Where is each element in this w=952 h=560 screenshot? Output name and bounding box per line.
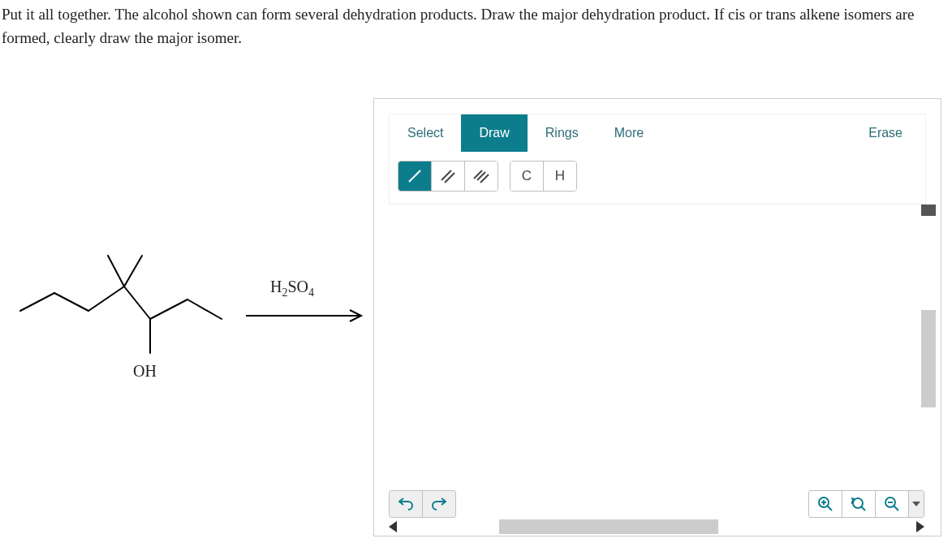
svg-line-21 [861,506,865,510]
tab-rings[interactable]: Rings [528,114,597,152]
svg-line-3 [108,256,124,286]
structure-editor: Select Draw Rings More Erase [373,98,941,536]
zoom-controls [808,490,924,518]
redo-button[interactable] [423,491,455,517]
question-text: Put it all together. The alcohol shown c… [0,0,952,50]
starting-material-structure [12,252,239,382]
editor-toolbar: Select Draw Rings More Erase [389,114,926,205]
zoom-menu-button[interactable] [909,491,924,517]
tab-erase[interactable]: Erase [851,114,920,152]
tab-more[interactable]: More [597,114,661,152]
undo-button[interactable] [390,491,423,517]
tab-draw[interactable]: Draw [461,114,527,152]
svg-line-6 [150,299,187,319]
svg-line-0 [20,293,54,311]
oh-label: OH [133,362,157,381]
zoom-out-button[interactable] [876,491,909,517]
svg-line-5 [124,286,150,319]
reagent-formula: H2SO4 [270,278,314,299]
scroll-right-icon[interactable] [916,521,924,532]
svg-line-4 [124,256,142,286]
triple-bond-tool[interactable] [465,162,498,191]
horizontal-scrollbar[interactable] [389,519,924,534]
zoom-in-button[interactable] [809,491,842,517]
work-area: OH H2SO4 Select Draw Rings More Erase [0,98,952,536]
svg-line-2 [88,286,124,311]
svg-line-17 [827,506,832,510]
carbon-atom-tool[interactable]: C [510,162,544,191]
double-bond-tool[interactable] [432,162,465,191]
svg-line-23 [894,506,898,510]
tab-select[interactable]: Select [390,114,461,152]
single-bond-tool[interactable] [398,162,432,191]
hydrogen-atom-tool[interactable]: H [544,162,576,191]
bond-tools [398,161,498,192]
tool-row: C H [390,152,925,204]
scroll-left-icon[interactable] [389,521,397,532]
chevron-down-icon [912,502,920,506]
mode-tabs: Select Draw Rings More Erase [390,114,925,152]
reaction-arrow [246,308,372,324]
reagent-column: OH H2SO4 [0,98,373,488]
svg-line-1 [54,293,88,311]
svg-line-10 [409,170,420,182]
svg-line-7 [187,299,222,319]
zoom-reset-button[interactable] [842,491,876,517]
vertical-scrollbar[interactable] [921,205,936,489]
atom-tools: C H [510,161,577,192]
drawing-canvas[interactable] [389,206,913,487]
history-controls [389,490,456,518]
bottom-controls [389,490,924,529]
